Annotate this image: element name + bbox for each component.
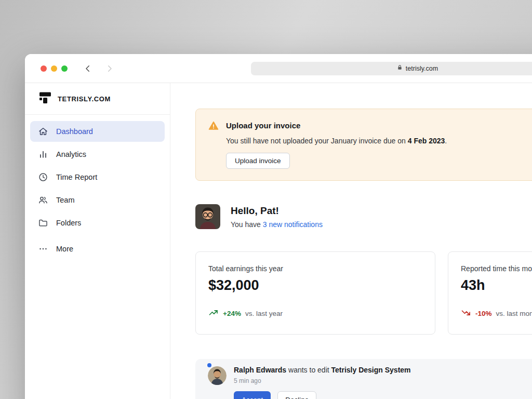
minimize-button[interactable] [51,65,57,72]
unread-dot [207,363,211,367]
clock-icon [38,172,48,182]
notification-target: Tetrisly Design System [331,366,411,374]
sidebar-item-more[interactable]: More [30,238,165,259]
sidebar-item-label: Time Report [56,173,97,181]
notification-card: Ralph Edwards wants to edit Tetrisly Des… [195,359,532,399]
logo-text: TETRISLY.COM [58,95,111,103]
sidebar: TETRISLY.COM Dashboard Analytics [25,83,170,399]
sidebar-item-folders[interactable]: Folders [30,212,165,233]
trend-down-icon [461,308,471,320]
delta-comparison: vs. last year [245,310,283,317]
reported-time-card: Reported time this month 43h -10% vs. la… [448,251,532,335]
greeting-subtitle: You have 3 new notifications [231,220,323,229]
home-icon [38,126,48,137]
delta-value: -10% [475,310,492,317]
delta-comparison: vs. last month [496,310,532,317]
card-title: Reported time this month [461,264,532,273]
card-value: $32,000 [208,277,422,294]
notification-text: Ralph Edwards wants to edit Tetrisly Des… [234,366,411,374]
card-title: Total earnings this year [208,264,422,273]
back-button[interactable] [83,64,92,73]
sidebar-item-analytics[interactable]: Analytics [30,144,165,165]
url-text: tetrisly.com [406,65,438,72]
url-bar[interactable]: tetrisly.com [251,62,532,75]
forward-button[interactable] [105,64,114,73]
analytics-icon [38,149,48,159]
stat-cards: Total earnings this year $32,000 +24% vs… [195,251,532,335]
sidebar-menu: Dashboard Analytics Time Report [25,115,170,265]
sidebar-item-label: Dashboard [56,127,93,136]
sidebar-item-dashboard[interactable]: Dashboard [30,121,165,142]
warning-icon [208,121,219,133]
traffic-lights [25,65,68,72]
close-button[interactable] [41,65,47,72]
browser-chrome: tetrisly.com [25,54,532,83]
user-avatar [195,204,220,229]
lock-icon [397,64,403,72]
upload-invoice-button[interactable]: Upload invoice [226,153,290,169]
due-date: 4 Feb 2023 [408,137,445,145]
sidebar-item-label: Team [56,196,74,204]
notification-avatar [208,366,227,385]
accept-button[interactable]: Accept [234,391,271,399]
sidebar-item-team[interactable]: Team [30,190,165,210]
delta-value: +24% [223,310,241,317]
card-value: 43h [461,277,532,294]
sidebar-item-label: Analytics [56,150,86,158]
team-icon [38,195,48,205]
folder-icon [38,218,48,228]
invoice-banner: Upload your invoice You still have not u… [195,109,532,181]
greeting-title: Hello, Pat! [231,205,323,217]
trend-up-icon [208,308,219,320]
sidebar-item-label: Folders [56,219,81,227]
decline-button[interactable]: Decline [277,391,316,399]
notification-time: 5 min ago [234,377,411,384]
browser-window: tetrisly.com TETRISLY.COM Dashboard [25,54,532,399]
logo-icon [38,91,52,107]
greeting-section: Hello, Pat! You have 3 new notifications [195,204,532,229]
notifications-link[interactable]: 3 new notifications [263,220,323,229]
main-content: Upload your invoice You still have not u… [170,83,532,399]
more-icon [38,244,48,254]
sidebar-item-time-report[interactable]: Time Report [30,167,165,188]
banner-title: Upload your invoice [226,121,447,130]
logo[interactable]: TETRISLY.COM [25,83,170,115]
earnings-card: Total earnings this year $32,000 +24% vs… [195,251,435,335]
notification-actor: Ralph Edwards [234,366,286,374]
banner-body: You still have not uploaded your January… [226,137,447,145]
sidebar-item-label: More [56,245,73,253]
zoom-button[interactable] [61,65,68,72]
